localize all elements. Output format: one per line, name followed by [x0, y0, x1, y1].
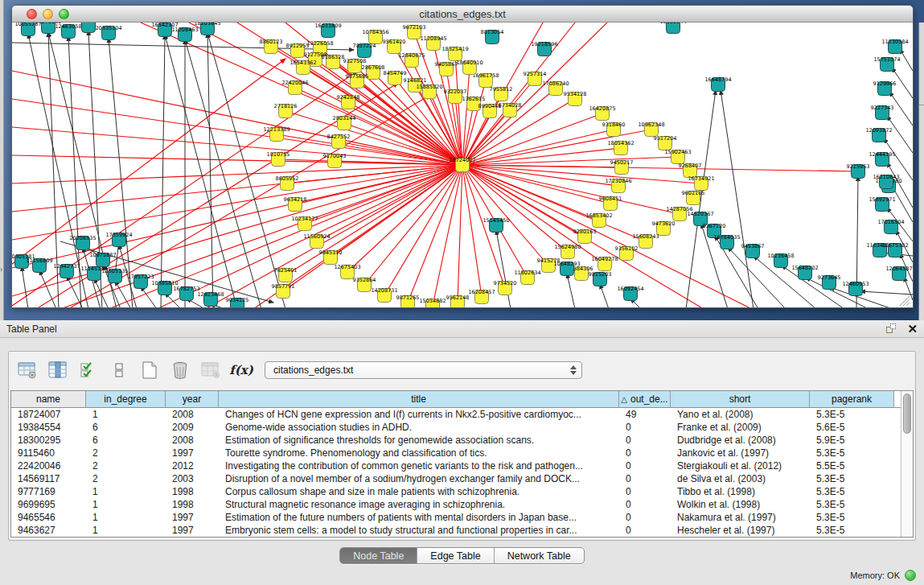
network-edge[interactable] [22, 266, 28, 307]
column-header-title[interactable]: title [219, 391, 619, 407]
network-node[interactable]: 20335104 [95, 25, 121, 40]
column-header-short[interactable]: short [671, 391, 810, 407]
network-node[interactable]: 15751074 [873, 56, 900, 72]
vertical-scrollbar[interactable] [901, 391, 913, 537]
table-row[interactable]: 946362711997Embryonic stem cells: a mode… [11, 524, 901, 537]
select-rows-icon[interactable] [78, 360, 99, 381]
network-node[interactable]: 2803144 [333, 115, 356, 130]
panel-expand-icon[interactable]: › [0, 266, 2, 274]
network-edge[interactable] [904, 277, 913, 300]
network-node[interactable]: 9857791 [272, 283, 295, 299]
table-row[interactable]: 1872400712008Changes of HCN gene express… [11, 408, 901, 421]
network-node[interactable]: 17016504 [877, 219, 904, 234]
network-node[interactable]: 11208463 [171, 27, 198, 42]
network-node[interactable]: 15902463 [664, 149, 691, 164]
network-node[interactable]: 10236458 [767, 253, 794, 268]
function-builder-icon[interactable]: f(x) [231, 360, 252, 381]
network-node[interactable]: 9561420 [383, 39, 406, 54]
network-edge[interactable] [900, 49, 913, 71]
column-header-year[interactable]: year [166, 391, 219, 407]
network-node[interactable]: 16853402 [585, 212, 612, 228]
table-select-dropdown[interactable]: citations_edges.txt [265, 361, 582, 379]
network-node[interactable]: 12093872 [865, 127, 892, 142]
network-edge[interactable] [860, 291, 913, 295]
network-node[interactable]: 9634218 [284, 196, 307, 212]
network-node[interactable]: 14208731 [371, 287, 397, 303]
network-node[interactable]: 9170043 [323, 153, 347, 168]
network-edge[interactable] [141, 286, 157, 307]
network-node[interactable]: 12463058 [55, 23, 81, 39]
network-node[interactable]: 9215953 [847, 163, 870, 179]
network-node[interactable]: 17230846 [605, 178, 631, 193]
network-node[interactable]: 8813054 [481, 29, 504, 44]
network-node[interactable]: 15034682 [419, 298, 446, 307]
table-settings-icon[interactable] [17, 360, 38, 381]
network-node[interactable]: 9405867 [435, 61, 458, 76]
column-header-name[interactable]: name [11, 391, 86, 407]
network-node[interactable]: 16208457 [468, 289, 495, 304]
network-node[interactable]: 9845310 [319, 249, 343, 265]
tab-edge-table[interactable]: Edge Table [417, 548, 494, 563]
network-node[interactable]: 16961758 [472, 72, 499, 88]
network-node[interactable]: 12840675 [398, 52, 425, 68]
network-node[interactable]: 15892971 [869, 196, 895, 212]
network-node[interactable]: 11156809 [26, 257, 52, 273]
network-node[interactable]: 11230584 [881, 39, 908, 54]
network-edge[interactable] [462, 157, 678, 165]
network-node[interactable]: 16648794 [704, 76, 731, 92]
row-height-icon[interactable] [109, 360, 129, 381]
network-node[interactable]: 9562148 [446, 295, 470, 307]
network-node[interactable]: 10234177 [291, 216, 318, 231]
network-edge[interactable] [165, 35, 237, 307]
network-edge[interactable] [68, 95, 430, 307]
show-column-icon[interactable] [47, 360, 68, 381]
network-canvas[interactable]: 1872400788601238912955132260589127508165… [12, 23, 913, 307]
memory-status-button[interactable] [905, 570, 916, 581]
network-node[interactable]: 16092454 [617, 286, 643, 301]
scrollbar-thumb[interactable] [903, 393, 911, 434]
network-node[interactable]: 15648202 [791, 265, 818, 280]
network-node[interactable]: 9734520 [494, 280, 517, 295]
new-table-icon[interactable] [139, 360, 160, 381]
zoom-window-button[interactable] [59, 9, 69, 19]
network-node[interactable]: 16033809 [314, 23, 341, 38]
table-row[interactable]: 911546021997Tourette syndrome. Phenomeno… [11, 447, 901, 459]
network-node[interactable]: 18325419 [441, 46, 468, 61]
network-node[interactable]: 9450217 [610, 159, 634, 175]
delete-rows-icon[interactable] [170, 360, 191, 381]
column-header-in_degree[interactable]: in_degree [86, 391, 166, 407]
network-node[interactable]: 9517204 [654, 135, 677, 150]
network-node[interactable]: 16049278 [591, 256, 618, 271]
network-edge[interactable] [462, 165, 568, 252]
resize-grip-icon[interactable] [906, 303, 910, 306]
network-edge[interactable] [317, 165, 462, 241]
network-node[interactable]: 15145450 [483, 217, 509, 233]
network-edge[interactable] [462, 165, 858, 171]
network-edge[interactable] [462, 165, 680, 214]
close-panel-icon[interactable]: ✕ [907, 323, 918, 335]
table-row[interactable]: 1456911722003Disruption of a novel membe… [11, 472, 901, 485]
table-row[interactable]: 1938455462009Genome-wide association stu… [11, 421, 901, 434]
network-node[interactable]: 7857224 [353, 43, 376, 58]
network-node[interactable]: 18130544 [659, 23, 686, 34]
network-node[interactable]: 9129966 [873, 80, 897, 96]
network-node[interactable]: 16420875 [589, 105, 615, 121]
network-node[interactable]: 9815203 [589, 271, 612, 286]
network-node[interactable]: 17957223 [127, 274, 154, 289]
table-row[interactable]: 969969511998Structural magnetic resonanc… [11, 498, 901, 511]
network-node[interactable]: 16782753 [173, 286, 199, 301]
network-edge[interactable] [408, 165, 462, 303]
network-node[interactable]: 2718126 [274, 103, 298, 118]
network-node[interactable]: 12444195 [869, 151, 895, 167]
network-node[interactable]: 12923468 [197, 291, 224, 307]
network-node[interactable]: 9318460 [602, 122, 626, 137]
column-header-out_de[interactable]: △out_de... [619, 391, 671, 407]
table-row[interactable]: 1830029562008Estimation of significance … [11, 434, 901, 447]
network-edge[interactable] [721, 90, 754, 307]
network-node[interactable]: 11802634 [514, 270, 540, 285]
network-node[interactable]: 9034125 [226, 297, 249, 307]
network-node[interactable]: 10962348 [638, 122, 664, 137]
resize-grip-icon[interactable] [903, 299, 910, 306]
network-node[interactable]: 9273645 [818, 274, 841, 290]
table-row[interactable]: 977716911998Corpus callosum shape and si… [11, 485, 901, 498]
